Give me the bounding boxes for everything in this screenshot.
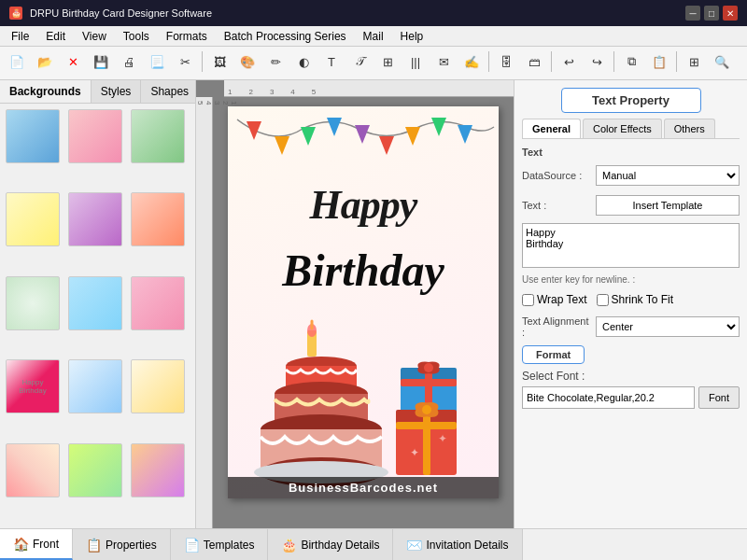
thumb-8[interactable]: [68, 276, 122, 330]
svg-marker-6: [405, 127, 420, 146]
menu-help[interactable]: Help: [393, 28, 431, 45]
email-button[interactable]: ✉: [430, 49, 457, 74]
font-input[interactable]: [522, 386, 695, 409]
thumb-4[interactable]: [6, 192, 60, 246]
front-icon: 🏠: [13, 537, 29, 552]
svg-marker-3: [327, 118, 342, 136]
close-button[interactable]: ✕: [723, 6, 738, 21]
draw-button[interactable]: ✏: [262, 49, 289, 74]
thumb-12[interactable]: [131, 359, 185, 413]
tab-styles[interactable]: Styles: [92, 80, 142, 103]
front-label: Front: [33, 538, 59, 551]
shape-button[interactable]: ◐: [290, 49, 317, 74]
undo-button[interactable]: ↩: [556, 49, 582, 74]
thumbnail-grid: HappyBirthday: [0, 104, 195, 528]
bottom-tab-front[interactable]: 🏠 Front: [0, 529, 73, 560]
cut-button[interactable]: ✂: [172, 49, 198, 74]
menu-edit[interactable]: Edit: [38, 28, 73, 45]
print-button[interactable]: 🖨: [116, 49, 142, 74]
thumb-15[interactable]: [131, 443, 185, 497]
bottom-bar: 🏠 Front 📋 Properties 📄 Templates 🎂 Birth…: [0, 528, 747, 560]
db2-button[interactable]: 🗃: [521, 49, 547, 74]
alignment-select[interactable]: Center Left Right: [596, 316, 740, 337]
thumb-2[interactable]: [68, 109, 122, 163]
database-button[interactable]: 🗄: [493, 49, 519, 74]
menu-bar: File Edit View Tools Formats Batch Proce…: [0, 26, 747, 47]
barcode-button[interactable]: |||: [402, 49, 429, 74]
tab-color-effects[interactable]: Color Effects: [583, 119, 662, 138]
svg-rect-25: [401, 379, 457, 386]
thumb-11[interactable]: [68, 359, 122, 413]
bottom-tab-templates[interactable]: 📄 Templates: [171, 529, 269, 560]
thumb-7[interactable]: [6, 276, 60, 330]
svg-marker-4: [355, 125, 370, 144]
signature-button[interactable]: ✍: [458, 49, 485, 74]
thumb-10[interactable]: HappyBirthday: [6, 359, 60, 413]
page-button[interactable]: 📃: [144, 49, 170, 74]
font-label: Select Font :: [522, 370, 585, 383]
redo-button[interactable]: ↪: [584, 49, 610, 74]
ruler-left: 1 2 3 4 5 6 7 8: [196, 97, 213, 528]
menu-mail[interactable]: Mail: [356, 28, 391, 45]
image-button[interactable]: 🖼: [206, 49, 233, 74]
invitation-details-label: Invitation Details: [426, 539, 508, 552]
wrap-text-checkbox[interactable]: [522, 294, 534, 306]
menu-formats[interactable]: Formats: [159, 28, 215, 45]
maximize-button[interactable]: □: [704, 6, 719, 21]
text-row: Text : Insert Template: [522, 195, 740, 216]
thumb-14[interactable]: [68, 443, 122, 497]
thumb-9[interactable]: [131, 276, 185, 330]
paste-button[interactable]: 📋: [646, 49, 672, 74]
new-button[interactable]: 📄: [4, 49, 30, 74]
bottom-tab-properties[interactable]: 📋 Properties: [73, 529, 171, 560]
svg-marker-8: [458, 125, 472, 144]
invitation-details-icon: ✉️: [406, 538, 422, 553]
zoom-button[interactable]: 🔍: [709, 49, 735, 74]
wrap-text-label: Wrap Text: [537, 293, 587, 306]
textart-button[interactable]: 𝒯: [346, 49, 373, 74]
app-title: DRPU Birthday Card Designer Software: [30, 7, 212, 19]
properties-icon: 📋: [86, 538, 102, 553]
menu-batch[interactable]: Batch Processing Series: [217, 28, 354, 45]
thumb-13[interactable]: [6, 443, 60, 497]
tab-backgrounds[interactable]: Backgrounds: [0, 80, 92, 103]
bottom-tab-birthday-details[interactable]: 🎂 Birthday Details: [268, 529, 393, 560]
grid-button[interactable]: ⊞: [681, 49, 707, 74]
font-button[interactable]: Font: [698, 386, 740, 409]
copy-button[interactable]: ⧉: [618, 49, 644, 74]
thumb-5[interactable]: [68, 192, 122, 246]
format-button[interactable]: Format: [522, 345, 585, 364]
alignment-label: Text Alignment :: [522, 315, 592, 338]
table-button[interactable]: ⊞: [374, 49, 401, 74]
wrap-text-item[interactable]: Wrap Text: [522, 293, 587, 306]
shrink-fit-checkbox[interactable]: [597, 294, 609, 306]
datasource-select[interactable]: Manual Database: [596, 165, 740, 186]
clipart-button[interactable]: 🎨: [234, 49, 261, 74]
tab-general[interactable]: General: [522, 119, 581, 138]
alignment-row: Text Alignment : Center Left Right: [522, 315, 740, 338]
birthday-details-icon: 🎂: [281, 538, 297, 553]
insert-template-button[interactable]: Insert Template: [596, 195, 740, 216]
tab-others[interactable]: Others: [664, 119, 715, 138]
menu-tools[interactable]: Tools: [116, 28, 157, 45]
close-doc-button[interactable]: ✕: [60, 49, 86, 74]
thumb-1[interactable]: [6, 109, 60, 163]
canvas-card[interactable]: Happy Birthday: [228, 106, 499, 498]
text-content-area[interactable]: Happy Birthday: [522, 223, 740, 268]
bottom-tab-invitation-details[interactable]: ✉️ Invitation Details: [393, 529, 522, 560]
hint-text: Use enter key for newline. :: [522, 274, 740, 285]
thumb-6[interactable]: [131, 192, 185, 246]
datasource-row: DataSource : Manual Database: [522, 165, 740, 186]
menu-view[interactable]: View: [75, 28, 114, 45]
menu-file[interactable]: File: [4, 28, 36, 45]
minimize-button[interactable]: ─: [685, 6, 700, 21]
text-button[interactable]: T: [318, 49, 345, 74]
text-label: Text :: [522, 200, 592, 211]
canvas-area[interactable]: 1 2 3 4 5 1 2 3 4 5 6 7 8: [196, 80, 514, 528]
shrink-fit-item[interactable]: Shrink To Fit: [597, 293, 673, 306]
thumb-3[interactable]: [131, 109, 185, 163]
save-button[interactable]: 💾: [88, 49, 114, 74]
open-button[interactable]: 📂: [32, 49, 58, 74]
tab-shapes[interactable]: Shapes: [141, 80, 199, 103]
ruler-top: 1 2 3 4 5: [224, 80, 514, 97]
